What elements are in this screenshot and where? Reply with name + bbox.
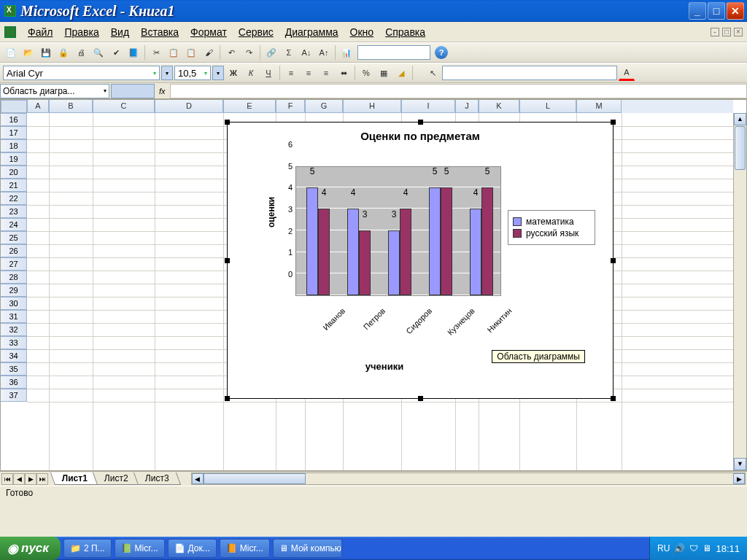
maximize-button[interactable]: □: [708, 2, 725, 20]
resize-handle-sw[interactable]: [225, 396, 230, 401]
hyperlink-icon[interactable]: 🔗: [263, 44, 279, 61]
resize-handle-s[interactable]: [418, 396, 423, 401]
save-icon[interactable]: 💾: [38, 44, 54, 61]
row-header-29[interactable]: 29: [1, 284, 27, 297]
preview-icon[interactable]: 🔍: [90, 44, 107, 61]
resize-handle-n[interactable]: [418, 120, 423, 125]
name-box-expand[interactable]: [111, 84, 155, 98]
row-header-19[interactable]: 19: [1, 152, 27, 166]
row-header-30[interactable]: 30: [1, 297, 27, 310]
resize-handle-e[interactable]: [611, 258, 616, 263]
sheet-tab-Лист2[interactable]: Лист2: [93, 472, 140, 485]
row-header-21[interactable]: 21: [1, 179, 27, 192]
spellcheck-icon[interactable]: ✔: [108, 44, 124, 61]
scroll-thumb[interactable]: [735, 126, 746, 170]
font-dropdown[interactable]: ▾: [161, 66, 173, 80]
row-header-37[interactable]: 37: [1, 389, 27, 402]
copy-icon[interactable]: 📋: [166, 44, 182, 61]
sheet-tab-Лист1[interactable]: Лист1: [50, 472, 99, 485]
formula-input[interactable]: [170, 84, 747, 98]
menu-chart[interactable]: Диаграмма: [279, 25, 344, 39]
system-tray[interactable]: RU 🔊 🛡 🖥 18:11: [649, 537, 747, 560]
resize-handle-w[interactable]: [225, 258, 230, 263]
scroll-up-icon[interactable]: ▲: [734, 113, 746, 125]
col-header-G[interactable]: G: [305, 100, 343, 113]
hscroll-thumb[interactable]: [204, 473, 306, 484]
workbook-restore[interactable]: □: [722, 28, 731, 36]
resize-handle-nw[interactable]: [225, 120, 230, 125]
permission-icon[interactable]: 🔒: [55, 44, 71, 61]
tray-icon[interactable]: 🛡: [689, 543, 698, 553]
row-header-28[interactable]: 28: [1, 271, 27, 284]
merge-icon[interactable]: ⬌: [336, 65, 352, 81]
tab-first-icon[interactable]: ⏮: [1, 473, 13, 485]
italic-button[interactable]: К: [243, 65, 259, 81]
menu-file[interactable]: Файл: [22, 25, 58, 39]
menu-window[interactable]: Окно: [344, 25, 380, 39]
menu-tools[interactable]: Сервис: [233, 25, 279, 39]
paste-icon[interactable]: 📋: [183, 44, 199, 61]
hscroll-left-icon[interactable]: ◀: [192, 473, 204, 484]
resize-handle-ne[interactable]: [611, 120, 616, 125]
row-header-16[interactable]: 16: [1, 113, 27, 126]
row-header-18[interactable]: 18: [1, 139, 27, 152]
tray-icon[interactable]: 🔊: [674, 543, 685, 553]
minimize-button[interactable]: _: [689, 2, 706, 20]
row-headers[interactable]: 1617181920212223242526272829303132333435…: [1, 113, 27, 402]
bar-Петров-математика[interactable]: [347, 209, 359, 295]
tray-icon[interactable]: 🖥: [703, 543, 711, 553]
embedded-chart[interactable]: Оценки по предметам оценки 0123456 54433…: [227, 122, 614, 399]
col-header-H[interactable]: H: [343, 100, 401, 113]
sheet-tabs[interactable]: Лист1Лист2Лист3: [53, 472, 177, 485]
menu-format[interactable]: Формат: [185, 25, 233, 39]
research-icon[interactable]: 📘: [125, 44, 142, 61]
col-header-B[interactable]: B: [49, 100, 93, 113]
row-header-34[interactable]: 34: [1, 349, 27, 362]
menu-edit[interactable]: Правка: [58, 25, 104, 39]
name-box[interactable]: Область диагра...▾: [0, 84, 109, 98]
borders-icon[interactable]: ▦: [376, 65, 392, 81]
col-header-D[interactable]: D: [155, 100, 223, 113]
fill-color-icon[interactable]: ◢: [393, 65, 409, 81]
row-header-23[interactable]: 23: [1, 205, 27, 218]
row-header-24[interactable]: 24: [1, 218, 27, 231]
bar-Кузнецов-математика[interactable]: [429, 187, 441, 295]
bar-Иванов-математика[interactable]: [306, 187, 318, 295]
align-center-icon[interactable]: ≡: [301, 65, 317, 81]
row-header-36[interactable]: 36: [1, 376, 27, 389]
chart-wizard-icon[interactable]: 📊: [338, 44, 355, 61]
print-icon[interactable]: 🖨: [73, 44, 89, 61]
row-header-35[interactable]: 35: [1, 362, 27, 376]
bar-Сидоров-математика[interactable]: [388, 230, 400, 295]
zoom-combo[interactable]: [357, 45, 430, 60]
row-header-20[interactable]: 20: [1, 166, 27, 179]
format-painter-icon[interactable]: 🖌: [201, 44, 217, 61]
menu-view[interactable]: Вид: [105, 25, 135, 39]
bar-Сидоров-русский язык[interactable]: [400, 209, 411, 295]
percent-icon[interactable]: %: [358, 65, 374, 81]
col-header-C[interactable]: C: [93, 100, 155, 113]
align-left-icon[interactable]: ≡: [283, 65, 299, 81]
row-header-33[interactable]: 33: [1, 336, 27, 349]
resize-handle-se[interactable]: [611, 396, 616, 401]
sort-desc-icon[interactable]: A↑: [316, 44, 332, 61]
column-headers[interactable]: ABCDEFGHIJKLM: [27, 100, 733, 113]
taskbar-item[interactable]: 📄Док...: [168, 539, 217, 558]
new-icon[interactable]: 📄: [3, 44, 19, 61]
scroll-down-icon[interactable]: ▼: [734, 458, 746, 470]
chart-title[interactable]: Оценки по предметам: [228, 122, 613, 145]
underline-button[interactable]: Ч: [260, 65, 276, 81]
bold-button[interactable]: Ж: [225, 65, 241, 81]
undo-icon[interactable]: ↶: [223, 44, 239, 61]
col-header-M[interactable]: M: [576, 100, 622, 113]
close-button[interactable]: ✕: [727, 2, 744, 20]
col-header-E[interactable]: E: [223, 100, 276, 113]
menu-insert[interactable]: Вставка: [135, 25, 185, 39]
horizontal-scrollbar[interactable]: ◀ ▶: [191, 472, 746, 485]
row-header-27[interactable]: 27: [1, 257, 27, 271]
help-icon[interactable]: ?: [435, 46, 448, 59]
start-button[interactable]: ◉пуск: [0, 537, 61, 560]
tab-prev-icon[interactable]: ◀: [13, 473, 25, 485]
bar-Иванов-русский язык[interactable]: [318, 209, 330, 295]
col-header-F[interactable]: F: [276, 100, 305, 113]
